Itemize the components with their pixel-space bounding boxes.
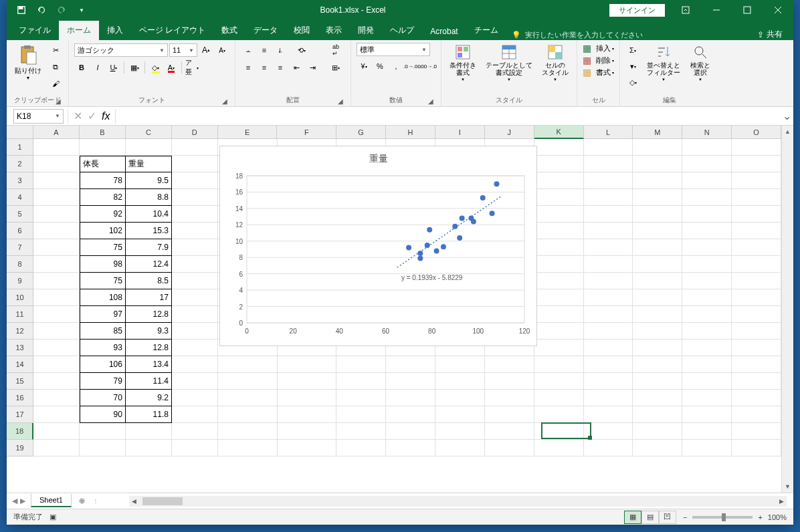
wrap-text-button[interactable]: ab↵: [326, 43, 345, 57]
cell[interactable]: 9.5: [126, 172, 172, 189]
column-header[interactable]: N: [682, 126, 732, 139]
scatter-chart[interactable]: 重量 024681012141618020406080100120y = 0.1…: [219, 146, 537, 346]
cell[interactable]: [172, 206, 218, 223]
cell[interactable]: [33, 139, 80, 156]
cell[interactable]: [336, 440, 386, 456]
cell[interactable]: [218, 390, 278, 406]
cell[interactable]: [633, 406, 682, 423]
cell[interactable]: [218, 423, 278, 440]
tab-help[interactable]: ヘルプ: [382, 21, 422, 40]
cell[interactable]: [534, 340, 584, 356]
tab-file[interactable]: ファイル: [11, 21, 59, 40]
row-header[interactable]: 18: [7, 423, 33, 440]
cell[interactable]: [485, 373, 534, 390]
cell[interactable]: [732, 273, 781, 289]
dialog-launcher-icon[interactable]: ◢: [337, 98, 344, 104]
column-header[interactable]: O: [732, 126, 781, 139]
row-header[interactable]: 19: [7, 440, 33, 456]
cell[interactable]: [336, 423, 386, 440]
column-header[interactable]: I: [435, 126, 485, 139]
cell[interactable]: [218, 406, 278, 423]
zoom-slider[interactable]: [692, 516, 753, 519]
cell[interactable]: [732, 356, 781, 373]
cell[interactable]: [336, 406, 386, 423]
cell[interactable]: [336, 390, 386, 406]
cell[interactable]: [534, 189, 584, 206]
column-header[interactable]: E: [218, 126, 278, 139]
cell[interactable]: [732, 390, 781, 406]
cell[interactable]: [534, 323, 584, 340]
cell[interactable]: 97: [80, 306, 126, 323]
save-icon[interactable]: [12, 1, 31, 19]
cell[interactable]: [732, 156, 781, 172]
row-header[interactable]: 12: [7, 323, 33, 340]
cell[interactable]: [33, 306, 80, 323]
bold-button[interactable]: B: [74, 60, 89, 75]
delete-cells-button[interactable]: ▦削除 ▾: [583, 55, 614, 65]
column-header[interactable]: A: [33, 126, 80, 139]
cell[interactable]: 85: [80, 323, 126, 340]
cell[interactable]: [682, 390, 732, 406]
copy-icon[interactable]: ⧉: [48, 59, 63, 74]
cell[interactable]: [172, 373, 218, 390]
clear-icon[interactable]: ◇▾: [625, 75, 640, 90]
cell[interactable]: [584, 440, 633, 456]
cell[interactable]: [732, 406, 781, 423]
cell[interactable]: [33, 289, 80, 306]
cell[interactable]: [584, 156, 633, 172]
dialog-launcher-icon[interactable]: ◢: [55, 98, 62, 104]
cell[interactable]: [172, 423, 218, 440]
cell[interactable]: [172, 356, 218, 373]
row-header[interactable]: 1: [7, 139, 33, 156]
cell[interactable]: 92: [80, 206, 126, 223]
cell[interactable]: [732, 256, 781, 273]
cell[interactable]: [534, 423, 584, 440]
cell[interactable]: [534, 139, 584, 156]
formula-input[interactable]: [116, 109, 780, 124]
cell[interactable]: 7.9: [126, 239, 172, 256]
cell[interactable]: [534, 239, 584, 256]
cell[interactable]: [172, 156, 218, 172]
cell[interactable]: 11.4: [126, 373, 172, 390]
cell[interactable]: [584, 223, 633, 239]
fill-icon[interactable]: ▾▾: [625, 59, 640, 74]
cell[interactable]: 8.5: [126, 273, 172, 289]
number-format-combo[interactable]: 標準▼: [357, 43, 430, 56]
row-header[interactable]: 16: [7, 390, 33, 406]
italic-button[interactable]: I: [90, 60, 105, 75]
underline-button[interactable]: U▾: [106, 60, 121, 75]
find-select-button[interactable]: 検索と 選択▼: [687, 43, 714, 83]
vertical-scrollbar[interactable]: ▲ ▼: [781, 126, 793, 493]
cell[interactable]: [435, 423, 485, 440]
column-header[interactable]: C: [126, 126, 172, 139]
align-center-icon[interactable]: ≡: [257, 60, 272, 75]
column-header[interactable]: G: [336, 126, 386, 139]
cell[interactable]: [336, 356, 386, 373]
tab-formulas[interactable]: 数式: [213, 21, 245, 40]
tab-acrobat[interactable]: Acrobat: [422, 23, 466, 40]
minimize-icon[interactable]: [701, 0, 732, 20]
sort-filter-button[interactable]: 並べ替えと フィルター▼: [644, 43, 683, 83]
cell[interactable]: [172, 273, 218, 289]
cell[interactable]: [633, 206, 682, 223]
row-header[interactable]: 7: [7, 239, 33, 256]
cell[interactable]: [172, 390, 218, 406]
cell[interactable]: 108: [80, 289, 126, 306]
cell[interactable]: [633, 356, 682, 373]
cell[interactable]: [172, 172, 218, 189]
cell[interactable]: 12.8: [126, 340, 172, 356]
cell[interactable]: [584, 406, 633, 423]
cell[interactable]: [33, 356, 80, 373]
cell[interactable]: 82: [80, 189, 126, 206]
cell[interactable]: [172, 340, 218, 356]
column-header[interactable]: F: [277, 126, 336, 139]
cell[interactable]: [534, 273, 584, 289]
cell[interactable]: [584, 239, 633, 256]
cell[interactable]: [172, 323, 218, 340]
cell[interactable]: [534, 256, 584, 273]
align-middle-icon[interactable]: ≡: [257, 43, 272, 57]
cell[interactable]: [435, 390, 485, 406]
cell[interactable]: [682, 373, 732, 390]
cell[interactable]: [172, 306, 218, 323]
increase-font-icon[interactable]: A▴: [199, 43, 213, 57]
